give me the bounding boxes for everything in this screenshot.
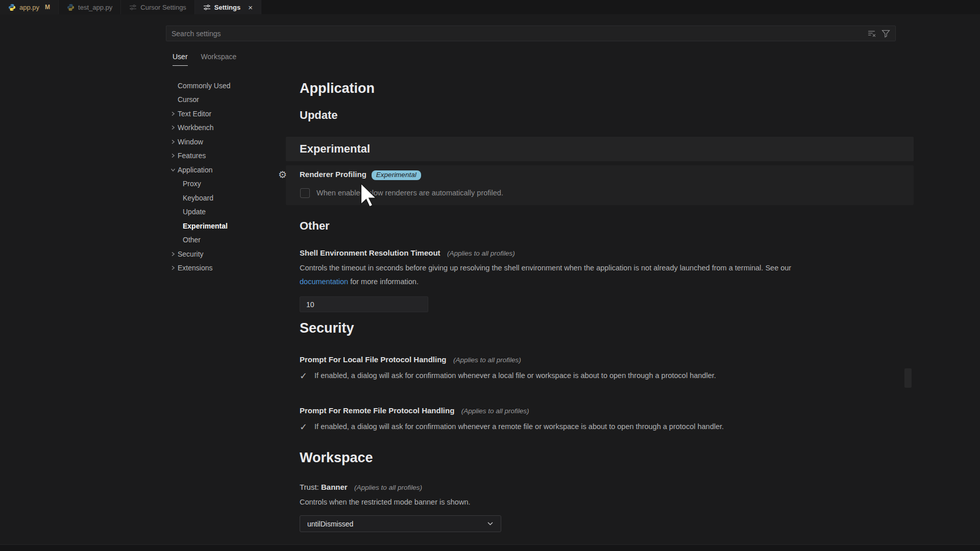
sidebar-item-features[interactable]: Features — [168, 149, 271, 163]
sidebar-item-keyboard[interactable]: Keyboard — [168, 191, 271, 205]
python-icon — [67, 4, 75, 11]
setting-title: Prompt For Local File Protocol Handling — [300, 355, 447, 364]
sidebar-item-commonly-used[interactable]: Commonly Used — [168, 79, 271, 93]
sidebar-item-security[interactable]: Security — [168, 247, 271, 261]
sidebar-item-workbench[interactable]: Workbench — [168, 121, 271, 135]
close-icon[interactable]: × — [248, 4, 253, 11]
documentation-link[interactable]: documentation — [300, 278, 348, 286]
shell-timeout-input[interactable] — [300, 296, 428, 312]
experimental-badge: Experimental — [372, 170, 421, 180]
setting-description: When enabled, slow renderers are automat… — [316, 186, 503, 200]
chevron-right-icon — [168, 125, 178, 130]
sidebar-item-extensions[interactable]: Extensions — [168, 261, 271, 276]
sidebar-item-cursor[interactable]: Cursor — [168, 93, 271, 107]
tab-label: Settings — [214, 4, 240, 11]
settings-toc: Commonly Used Cursor Text Editor Workben… — [168, 79, 271, 275]
gear-icon[interactable]: ⚙ — [278, 169, 287, 180]
sidebar-item-text-editor[interactable]: Text Editor — [168, 107, 271, 121]
scrollbar-thumb[interactable] — [904, 368, 912, 388]
setting-title: Prompt For Remote File Protocol Handling — [300, 406, 454, 415]
setting-description: If enabled, a dialog will ask for confir… — [314, 420, 724, 434]
setting-scope: (Applies to all profiles) — [461, 407, 529, 415]
experimental-heading-row: Experimental — [286, 137, 914, 161]
chevron-down-icon — [168, 167, 178, 172]
bottom-strip — [0, 544, 980, 551]
setting-description: If enabled, a dialog will ask for confir… — [314, 369, 716, 383]
sidebar-item-application[interactable]: Application — [168, 163, 271, 177]
setting-description-tail: for more information. — [348, 278, 419, 286]
setting-scope: (Applies to all profiles) — [447, 249, 515, 257]
tab-label: Cursor Settings — [140, 4, 186, 11]
tab-workspace[interactable]: Workspace — [201, 53, 237, 66]
chevron-right-icon — [168, 139, 178, 144]
setting-description: Controls when the restricted mode banner… — [300, 495, 902, 509]
chevron-right-icon — [168, 153, 178, 158]
setting-prompt-local: Prompt For Local File Protocol Handling … — [300, 355, 902, 383]
chevron-right-icon — [168, 111, 178, 116]
sidebar-item-experimental[interactable]: Experimental — [168, 219, 271, 233]
tab-user[interactable]: User — [173, 53, 188, 66]
workspace-heading: Workspace — [300, 450, 373, 466]
setting-title: Shell Environment Resolution Timeout — [300, 248, 440, 257]
sidebar-item-update[interactable]: Update — [168, 205, 271, 219]
python-icon — [8, 4, 16, 11]
setting-scope: (Applies to all profiles) — [354, 484, 422, 491]
experimental-heading: Experimental — [286, 137, 914, 156]
checkmark-icon[interactable]: ✓ — [300, 370, 307, 382]
setting-shell-timeout: Shell Environment Resolution Timeout (Ap… — [300, 248, 902, 312]
setting-title: Renderer Profiling — [300, 170, 366, 179]
tab-cursor-settings[interactable]: Cursor Settings — [121, 0, 195, 14]
security-heading: Security — [300, 320, 354, 336]
selected-option: untilDismissed — [307, 520, 353, 528]
modified-badge: M — [45, 4, 50, 11]
sidebar-item-proxy[interactable]: Proxy — [168, 177, 271, 191]
setting-trust-banner: Trust: Banner (Applies to all profiles) … — [300, 483, 902, 532]
settings-scope-tabs: User Workspace — [173, 53, 236, 66]
sidebar-item-other[interactable]: Other — [168, 233, 271, 247]
tab-label: app.py — [19, 4, 39, 11]
application-heading: Application — [300, 81, 375, 96]
other-heading: Other — [300, 219, 330, 233]
tab-test-app-py[interactable]: test_app.py — [59, 0, 121, 14]
update-heading: Update — [300, 109, 338, 122]
chevron-right-icon — [168, 265, 178, 270]
trust-banner-select[interactable]: untilDismissed — [300, 515, 501, 532]
setting-description: Controls the timeout in seconds before g… — [300, 264, 791, 272]
sliders-icon — [129, 4, 137, 11]
tab-app-py[interactable]: app.py M — [0, 0, 59, 14]
setting-title-prefix: Trust: — [300, 483, 321, 491]
checkmark-icon[interactable]: ✓ — [300, 421, 307, 433]
setting-title: Banner — [321, 483, 348, 491]
sliders-icon — [203, 4, 211, 11]
renderer-profiling-checkbox[interactable] — [300, 188, 310, 198]
setting-renderer-profiling: ⚙ Renderer ProfilingExperimental When en… — [286, 165, 914, 205]
sidebar-item-window[interactable]: Window — [168, 135, 271, 149]
tab-settings[interactable]: Settings × — [195, 0, 261, 14]
chevron-right-icon — [168, 252, 178, 257]
settings-content: Application Update Experimental ⚙ Render… — [276, 0, 915, 551]
setting-prompt-remote: Prompt For Remote File Protocol Handling… — [300, 406, 902, 434]
setting-scope: (Applies to all profiles) — [453, 356, 521, 364]
chevron-down-icon — [487, 521, 494, 526]
tab-label: test_app.py — [78, 4, 112, 11]
